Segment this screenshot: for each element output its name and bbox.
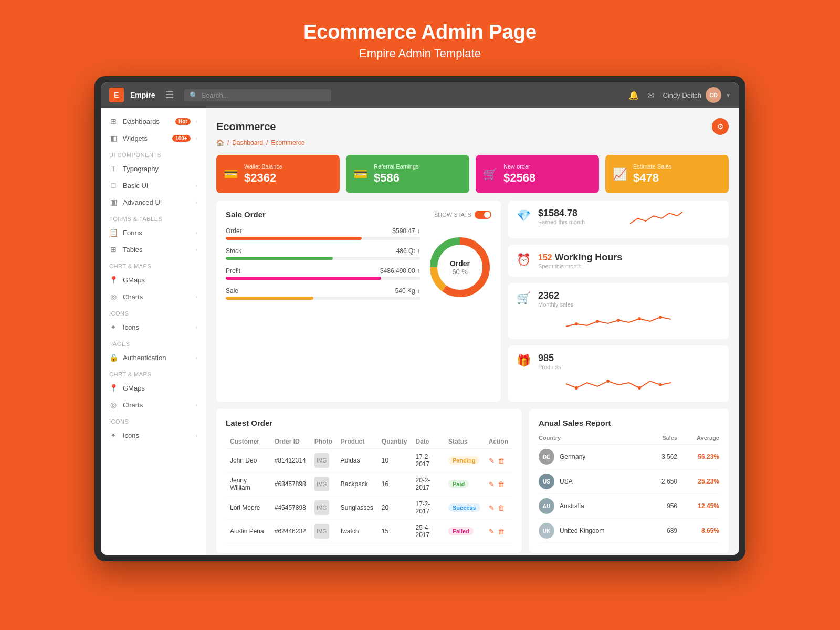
- sidebar-item-forms[interactable]: 📋 Forms‹: [101, 224, 206, 241]
- sidebar-chevron-charts2: ‹: [196, 402, 197, 408]
- delete-icon[interactable]: 🗑: [498, 457, 505, 465]
- earned-label: Earned this month: [538, 219, 585, 225]
- cell-action[interactable]: ✎🗑: [485, 472, 512, 496]
- cell-action[interactable]: ✎🗑: [485, 449, 512, 472]
- cell-date: 17-2-2017: [412, 496, 444, 520]
- hamburger-icon[interactable]: ☰: [165, 89, 174, 101]
- earned-card: 💎 $1584.78 Earned this month: [508, 201, 729, 238]
- sidebar-item-icons2[interactable]: ✦ Icons‹: [101, 427, 206, 444]
- settings-button[interactable]: ⚙: [712, 118, 729, 135]
- bar-value: $486,490.00 ↑: [380, 267, 420, 275]
- cell-qty: 10: [377, 449, 412, 472]
- cell-status: Pending: [444, 449, 485, 472]
- delete-icon[interactable]: 🗑: [498, 504, 505, 512]
- edit-icon[interactable]: ✎: [489, 504, 495, 512]
- cell-product: Backpack: [337, 472, 377, 496]
- page-subtitle: Empire Admin Template: [303, 47, 537, 60]
- page-main-title: Ecommerce Admin Page: [303, 21, 537, 44]
- col-quantity: Quantity: [377, 435, 412, 449]
- stat-cards-row: 💳 Wallet Balance $2362 💳 Referral Earnin…: [216, 155, 729, 193]
- wallet-label: Wallet Balance: [244, 163, 282, 170]
- cell-action[interactable]: ✎🗑: [485, 520, 512, 543]
- sidebar-item-gmaps[interactable]: 📍 GMaps: [101, 271, 206, 288]
- sidebar-item-gmaps2[interactable]: 📍 GMaps: [101, 380, 206, 396]
- cell-order-id: #68457898: [270, 472, 310, 496]
- donut-label: Order 60 %: [450, 259, 470, 276]
- sidebar-chevron-basic-ui: ‹: [196, 183, 197, 188]
- search-box[interactable]: 🔍: [184, 89, 331, 101]
- stats-toggle[interactable]: [475, 211, 491, 219]
- delete-icon[interactable]: 🗑: [498, 480, 505, 488]
- breadcrumb-parent[interactable]: Dashboard: [232, 139, 263, 146]
- sidebar-item-advanced-ui[interactable]: ▣ Advanced UI‹: [101, 194, 206, 211]
- search-input[interactable]: [201, 91, 326, 99]
- bar-fill: [226, 257, 333, 260]
- estimate-value: $478: [633, 171, 671, 185]
- working-hours-card: ⏰ 152 Working Hours Spent this month: [508, 245, 729, 277]
- logo-name: Empire: [130, 91, 155, 99]
- sidebar-icon-advanced-ui: ▣: [109, 198, 118, 206]
- earned-chart: [592, 208, 720, 231]
- mail-icon[interactable]: ✉: [647, 90, 654, 100]
- sidebar-item-typography[interactable]: T Typography: [101, 160, 206, 177]
- user-info[interactable]: Cindy Deitch CD ▼: [663, 87, 731, 103]
- show-stats-label: SHOW STATS: [434, 212, 471, 218]
- report-rows: DE Germany 3,562 56.23% US USA 2,650 25.…: [539, 445, 719, 543]
- wallet-icon: 💳: [224, 167, 238, 181]
- sidebar-icon-typography: T: [109, 164, 118, 173]
- sidebar-chevron-icons2: ‹: [196, 433, 197, 438]
- cell-qty: 16: [377, 472, 412, 496]
- nav-right: 🔔 ✉ Cindy Deitch CD ▼: [628, 87, 731, 103]
- edit-icon[interactable]: ✎: [489, 457, 495, 465]
- order-table: Customer Order ID Photo Product Quantity…: [226, 435, 512, 543]
- sale-order-title: Sale Order: [226, 210, 266, 219]
- svg-point-12: [659, 383, 662, 386]
- svg-point-8: [659, 316, 662, 319]
- product-thumb: IMG: [314, 477, 329, 491]
- page-header: Ecommerce Admin Page Empire Admin Templa…: [303, 21, 537, 76]
- sidebar-item-dashboards[interactable]: ⊞ DashboardsHot‹: [101, 113, 206, 130]
- cell-action[interactable]: ✎🗑: [485, 496, 512, 520]
- bar-row-sale: Sale 540 Kg ↓: [226, 287, 420, 300]
- sidebar-icon-widgets: ◧: [109, 134, 118, 142]
- sidebar-chevron-widgets: ‹: [196, 135, 197, 141]
- new-order-icon: 🛒: [483, 167, 497, 181]
- sidebar-icon-charts2: ◎: [109, 401, 118, 409]
- sidebar-item-charts2[interactable]: ◎ Charts‹: [101, 396, 206, 413]
- notification-icon[interactable]: 🔔: [628, 90, 639, 100]
- sidebar-label-basic-ui: Basic UI: [123, 182, 191, 190]
- bar-fill: [226, 277, 381, 280]
- page-title-bar: Ecommerce ⚙: [216, 118, 729, 135]
- sidebar-icon-tables: ⊞: [109, 245, 118, 254]
- sidebar-group-ui-components-group: UI Components: [101, 146, 206, 160]
- main-layout: ⊞ DashboardsHot‹◧ Widgets100+‹UI Compone…: [101, 108, 739, 555]
- cell-photo: IMG: [310, 472, 337, 496]
- sidebar-item-icons1[interactable]: ✦ Icons‹: [101, 319, 206, 335]
- cell-order-id: #45457898: [270, 496, 310, 520]
- wallet-value: $2362: [244, 171, 282, 185]
- sidebar-item-charts1[interactable]: ◎ Charts‹: [101, 288, 206, 305]
- delete-icon[interactable]: 🗑: [498, 528, 505, 536]
- show-stats: SHOW STATS: [434, 211, 491, 219]
- sidebar-icon-charts1: ◎: [109, 292, 118, 301]
- col-status: Status: [444, 435, 485, 449]
- sidebar-item-basic-ui[interactable]: □ Basic UI‹: [101, 177, 206, 194]
- stat-card-new-order: 🛒 New order $2568: [476, 155, 599, 193]
- product-thumb: IMG: [314, 524, 329, 539]
- latest-order-card: Latest Order Customer Order ID Photo Pro…: [216, 409, 522, 553]
- edit-icon[interactable]: ✎: [489, 528, 495, 536]
- sidebar-icon-forms: 📋: [109, 228, 118, 237]
- sale-order-body: Order $590,47 ↓ Stock 486 Qt ↑ Profit $4…: [226, 227, 491, 307]
- sidebar-icon-gmaps: 📍: [109, 276, 118, 284]
- table-row: Lori Moore #45457898 IMG Sunglasses 20 1…: [226, 496, 512, 520]
- annual-sales-card: Anual Sales Report Country Sales Average…: [529, 409, 729, 553]
- home-icon[interactable]: 🏠: [216, 139, 224, 146]
- sidebar-label-typography: Typography: [123, 165, 197, 173]
- sidebar-item-authentication[interactable]: 🔒 Authentication‹: [101, 349, 206, 366]
- topnav: E Empire ☰ 🔍 🔔 ✉ Cindy Deitch CD ▼: [101, 82, 739, 108]
- user-dropdown-icon[interactable]: ▼: [726, 92, 731, 98]
- edit-icon[interactable]: ✎: [489, 480, 495, 488]
- sidebar-item-widgets[interactable]: ◧ Widgets100+‹: [101, 130, 206, 146]
- sidebar-label-advanced-ui: Advanced UI: [123, 198, 191, 206]
- sidebar-item-tables[interactable]: ⊞ Tables‹: [101, 241, 206, 258]
